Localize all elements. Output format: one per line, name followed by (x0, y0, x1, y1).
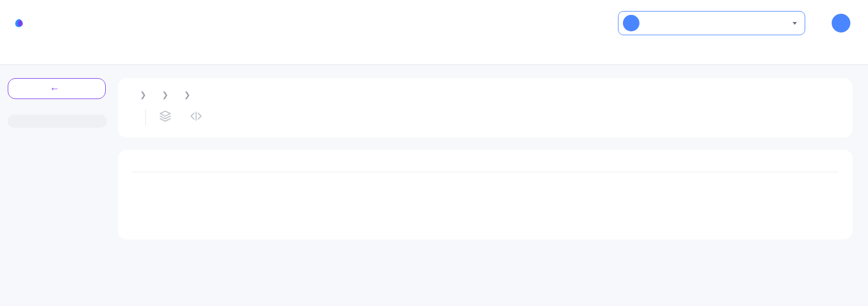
back-button[interactable]: ← (8, 78, 106, 99)
summary-row-application-type (132, 201, 838, 212)
divider (145, 109, 146, 125)
summary-row-public-path (132, 212, 838, 223)
arrow-left-icon: ← (50, 84, 59, 94)
summary-card (118, 150, 853, 239)
team-selector[interactable] (618, 11, 805, 35)
user-avatar[interactable] (832, 14, 850, 32)
svg-marker-0 (160, 111, 170, 116)
chevron-right-icon: ❯ (162, 90, 169, 99)
sidebar-item-summary[interactable] (8, 114, 107, 128)
sidebar-item-activity-log[interactable] (8, 145, 107, 159)
runtime (190, 110, 208, 124)
breadcrumb: ❯ ❯ ❯ (132, 90, 838, 99)
chevron-right-icon: ❯ (140, 90, 147, 99)
chevron-right-icon: ❯ (184, 90, 191, 99)
side-nav (8, 114, 107, 174)
team-avatar (623, 15, 639, 31)
chevron-down-icon (793, 22, 797, 25)
logo-icon (13, 17, 25, 29)
sidebar-item-domain-manager[interactable] (8, 130, 107, 143)
summary-row-domain (132, 190, 838, 201)
nav-tabs (0, 39, 868, 65)
team-role-dropdown[interactable] (789, 22, 797, 25)
logo[interactable] (13, 17, 29, 29)
code-icon (190, 110, 202, 124)
server-type (159, 110, 177, 124)
layers-icon (159, 110, 171, 124)
sidebar-item-setting[interactable] (8, 161, 107, 174)
page-header-card: ❯ ❯ ❯ (118, 78, 853, 138)
summary-row-deployed-on (132, 179, 838, 190)
summary-heading (132, 163, 838, 172)
